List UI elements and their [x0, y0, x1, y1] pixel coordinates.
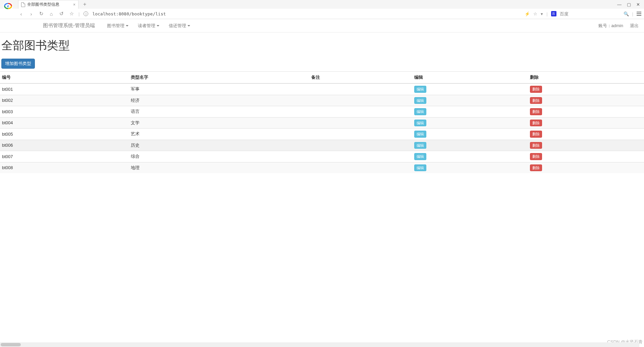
dropdown-caret-icon[interactable]: ▾ [541, 11, 543, 16]
nav-item-reader[interactable]: 读者管理 [134, 21, 163, 31]
site-info-icon[interactable]: i [84, 11, 88, 16]
browser-tab[interactable]: 全部图书类型信息 × [18, 0, 78, 9]
table-row: bt002经济编辑删除 [0, 95, 644, 106]
cell-remark [309, 162, 412, 173]
separator: | [632, 11, 633, 16]
edit-button[interactable]: 编辑 [414, 108, 426, 115]
minimize-icon[interactable]: — [617, 2, 622, 7]
menu-icon[interactable] [637, 12, 641, 16]
browser-chrome: 全部图书类型信息 × + — ▢ ✕ ‹ › ↻ ⌂ ↺ ☆ | i local… [0, 0, 644, 19]
delete-button[interactable]: 删除 [530, 131, 542, 138]
delete-button[interactable]: 删除 [530, 86, 542, 93]
nav-label: 借还管理 [169, 23, 186, 29]
cell-edit: 编辑 [412, 151, 528, 162]
back-icon[interactable]: ‹ [18, 11, 24, 17]
cell-delete: 删除 [528, 129, 644, 140]
search-icon[interactable]: 🔍 [624, 11, 629, 16]
table-row: bt003语言编辑删除 [0, 106, 644, 118]
nav-menu: 图书管理 读者管理 借还管理 [103, 21, 194, 31]
cell-delete: 删除 [528, 106, 644, 118]
table-row: bt001军事编辑删除 [0, 83, 644, 95]
delete-button[interactable]: 删除 [530, 97, 542, 104]
col-header-name: 类型名字 [129, 72, 309, 84]
forward-icon[interactable]: › [28, 11, 34, 17]
cell-name: 经济 [129, 95, 309, 106]
cell-id: bt005 [0, 129, 129, 140]
page-title: 全部图书类型 [1, 38, 644, 53]
cell-delete: 删除 [528, 151, 644, 162]
file-icon [21, 2, 25, 7]
cell-remark [309, 129, 412, 140]
cell-name: 语言 [129, 106, 309, 118]
cell-name: 地理 [129, 162, 309, 173]
separator: | [546, 11, 547, 16]
table-row: bt006历史编辑删除 [0, 140, 644, 151]
cell-edit: 编辑 [412, 95, 528, 106]
cell-edit: 编辑 [412, 140, 528, 151]
delete-button[interactable]: 删除 [530, 142, 542, 149]
account-label[interactable]: 账号：admin [598, 23, 623, 29]
table-row: bt005艺术编辑删除 [0, 129, 644, 140]
address-bar-row: ‹ › ↻ ⌂ ↺ ☆ | i localhost:8080/booktype/… [0, 9, 644, 19]
separator: | [78, 11, 79, 16]
edit-button[interactable]: 编辑 [414, 153, 426, 160]
edit-button[interactable]: 编辑 [414, 120, 426, 127]
delete-button[interactable]: 删除 [530, 108, 542, 115]
address-bar[interactable]: localhost:8080/booktype/list [92, 11, 521, 16]
delete-button[interactable]: 删除 [530, 153, 542, 160]
nav-item-borrow[interactable]: 借还管理 [165, 21, 194, 31]
cell-remark [309, 95, 412, 106]
col-header-id: 编号 [0, 72, 129, 84]
cell-delete: 删除 [528, 83, 644, 95]
cell-delete: 删除 [528, 140, 644, 151]
edit-button[interactable]: 编辑 [414, 97, 426, 104]
logout-link[interactable]: 退出 [630, 23, 639, 29]
delete-button[interactable]: 删除 [530, 120, 542, 127]
tab-strip: 全部图书类型信息 × + — ▢ ✕ [0, 0, 644, 9]
undo-icon[interactable]: ↺ [58, 11, 64, 17]
edit-button[interactable]: 编辑 [414, 164, 426, 171]
new-tab-button[interactable]: + [81, 1, 88, 7]
home-icon[interactable]: ⌂ [48, 11, 54, 17]
cell-remark [309, 140, 412, 151]
nav-label: 图书管理 [107, 23, 124, 29]
cell-name: 历史 [129, 140, 309, 151]
nav-right: 账号：admin 退出 [598, 23, 639, 29]
cell-edit: 编辑 [412, 117, 528, 129]
edit-button[interactable]: 编辑 [414, 86, 426, 93]
star-icon[interactable]: ☆ [68, 11, 74, 17]
baidu-icon[interactable]: 百 [551, 11, 556, 16]
cell-name: 文学 [129, 117, 309, 129]
table-row: bt008地理编辑删除 [0, 162, 644, 173]
add-book-type-button[interactable]: 增加图书类型 [1, 59, 35, 69]
chevron-down-icon [187, 25, 190, 26]
cell-edit: 编辑 [412, 129, 528, 140]
app-navbar: 图书管理系统-管理员端 图书管理 读者管理 借还管理 账号：admin 退出 [0, 19, 644, 32]
table-header-row: 编号 类型名字 备注 编辑 删除 [0, 72, 644, 84]
brand-title[interactable]: 图书管理系统-管理员端 [43, 22, 95, 29]
cell-id: bt007 [0, 151, 129, 162]
nav-item-book[interactable]: 图书管理 [103, 21, 132, 31]
cell-remark [309, 151, 412, 162]
browser-logo-icon [3, 2, 13, 10]
cell-id: bt001 [0, 83, 129, 95]
maximize-icon[interactable]: ▢ [627, 2, 631, 7]
bookmark-star-icon[interactable]: ☆ [533, 11, 537, 16]
col-header-remark: 备注 [309, 72, 412, 84]
book-type-table: 编号 类型名字 备注 编辑 删除 bt001军事编辑删除bt002经济编辑删除b… [0, 71, 644, 173]
table-body: bt001军事编辑删除bt002经济编辑删除bt003语言编辑删除bt004文学… [0, 83, 644, 173]
cell-name: 军事 [129, 83, 309, 95]
close-window-icon[interactable]: ✕ [636, 2, 640, 7]
edit-button[interactable]: 编辑 [414, 131, 426, 138]
cell-remark [309, 106, 412, 118]
nav-label: 读者管理 [138, 23, 155, 29]
lightning-icon[interactable]: ⚡ [525, 11, 530, 16]
cell-name: 艺术 [129, 129, 309, 140]
reload-icon[interactable]: ↻ [38, 11, 44, 17]
search-input[interactable] [560, 11, 620, 16]
cell-id: bt006 [0, 140, 129, 151]
edit-button[interactable]: 编辑 [414, 142, 426, 149]
delete-button[interactable]: 删除 [530, 164, 542, 171]
close-tab-icon[interactable]: × [73, 2, 75, 7]
cell-delete: 删除 [528, 162, 644, 173]
